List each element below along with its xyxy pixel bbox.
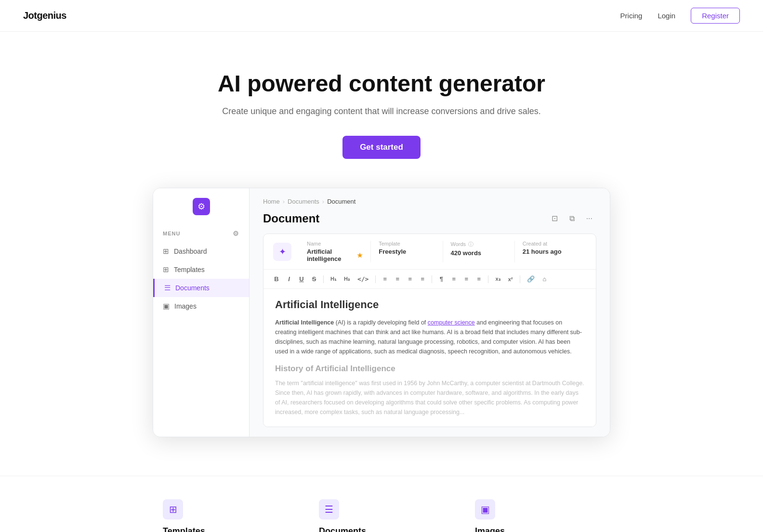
expand-button[interactable]: ⊡ — [548, 211, 562, 226]
doc-title-row: Document ⊡ ⧉ ··· — [263, 211, 596, 226]
images-icon: ▣ — [163, 302, 170, 311]
gear-icon[interactable]: ⚙ — [233, 230, 239, 237]
hero-subtitle: Create unique and engaging content that … — [12, 106, 751, 117]
sidebar-item-documents[interactable]: ☰ Documents — [153, 279, 249, 297]
feature-title-documents: Documents — [319, 526, 444, 532]
editor-toolbar: B I U S H₁ H₂ </> ≡ ≡ ≡ ≡ ¶ ≡ ≡ — [263, 270, 596, 289]
toolbar-quote[interactable]: ¶ — [436, 273, 447, 285]
document-card: ✦ Name Artificial intelligence ★ Templat… — [263, 234, 596, 427]
feature-title-templates: Templates — [163, 526, 288, 532]
toolbar-superscript[interactable]: x² — [505, 274, 516, 284]
navbar: Jotgenius Pricing Login Register — [0, 0, 763, 32]
sidebar-logo: ⚙ — [153, 198, 249, 215]
feature-images: ▣ Images Generate stunning images to dri… — [475, 499, 600, 532]
images-feature-icon: ▣ — [481, 504, 490, 515]
get-started-button[interactable]: Get started — [342, 136, 421, 159]
hero-title: AI powered content generator — [12, 70, 751, 97]
toolbar-subscript[interactable]: x₂ — [492, 274, 503, 284]
breadcrumb-sep-2: › — [322, 198, 324, 205]
created-label: Created at — [523, 241, 579, 247]
breadcrumb-documents[interactable]: Documents — [288, 198, 319, 205]
toolbar-link[interactable]: 🔗 — [524, 273, 538, 285]
nav-link-login[interactable]: Login — [658, 12, 675, 20]
toolbar-align-left[interactable]: ≡ — [405, 273, 415, 285]
feature-documents: ☰ Documents Leverage the power of AI to … — [319, 499, 444, 532]
content-link[interactable]: computer science — [428, 319, 475, 326]
toolbar-h2[interactable]: H₂ — [341, 274, 353, 284]
sidebar-item-templates[interactable]: ⊞ Templates — [153, 260, 249, 279]
breadcrumb-sep-1: › — [283, 198, 285, 205]
toolbar-sep-1 — [323, 275, 324, 283]
meta-field-created: Created at 21 hours ago — [515, 241, 586, 262]
toolbar-h1[interactable]: H₁ — [328, 274, 339, 284]
name-label: Name — [307, 241, 363, 247]
content-bold-ai: Artificial Intelligence — [275, 319, 334, 326]
toolbar-align-center[interactable]: ≡ — [417, 273, 428, 285]
toolbar-align-right[interactable]: ≡ — [474, 273, 484, 285]
nav-links: Pricing Login Register — [620, 8, 740, 24]
meta-field-name: Name Artificial intelligence ★ — [299, 241, 371, 262]
meta-field-words: Words ⓘ 420 words — [443, 241, 515, 262]
breadcrumb-home[interactable]: Home — [263, 198, 280, 205]
template-value: Freestyle — [379, 248, 434, 255]
words-label: Words ⓘ — [451, 241, 507, 248]
toolbar-clear[interactable]: ⌂ — [539, 273, 550, 285]
toolbar-italic[interactable]: I — [284, 273, 294, 285]
templates-feature-icon: ⊞ — [169, 504, 177, 515]
main-content: Home › Documents › Document Document ⊡ ⧉… — [250, 188, 610, 437]
app-preview: ⚙ MENU ⚙ ⊞ Dashboard ⊞ Templates ☰ Docum… — [0, 188, 763, 476]
sidebar-item-dashboard[interactable]: ⊞ Dashboard — [153, 242, 249, 260]
name-value: Artificial intelligence ★ — [307, 248, 363, 262]
content-h2: History of Artificial Intelligence — [275, 364, 584, 374]
toolbar-code[interactable]: </> — [355, 273, 371, 285]
toolbar-list-unordered[interactable]: ≡ — [392, 273, 403, 285]
copy-button[interactable]: ⧉ — [566, 211, 579, 226]
sidebar-menu-label: MENU ⚙ — [153, 227, 249, 242]
toolbar-outdent[interactable]: ≡ — [461, 273, 472, 285]
meta-fields: Name Artificial intelligence ★ Template … — [299, 241, 586, 262]
feature-icon-documents: ☰ — [319, 499, 339, 519]
toolbar-sep-5 — [520, 275, 520, 283]
toolbar-indent[interactable]: ≡ — [448, 273, 459, 285]
toolbar-underline[interactable]: U — [296, 273, 307, 285]
documents-feature-icon: ☰ — [325, 504, 333, 515]
doc-title: Document — [263, 212, 319, 225]
meta-field-template: Template Freestyle — [371, 241, 443, 262]
doc-actions: ⊡ ⧉ ··· — [548, 211, 596, 226]
feature-title-images: Images — [475, 526, 600, 532]
register-button[interactable]: Register — [691, 8, 740, 24]
breadcrumb: Home › Documents › Document — [263, 198, 596, 205]
preview-container: ⚙ MENU ⚙ ⊞ Dashboard ⊞ Templates ☰ Docum… — [153, 188, 610, 437]
toolbar-strikethrough[interactable]: S — [309, 273, 319, 285]
hero-section: AI powered content generator Create uniq… — [0, 32, 763, 188]
editor-body: Artificial Intelligence Artificial Intel… — [263, 289, 596, 427]
content-h1: Artificial Intelligence — [275, 298, 584, 311]
toolbar-list-ordered[interactable]: ≡ — [380, 273, 390, 285]
star-icon: ★ — [357, 252, 363, 259]
words-value: 420 words — [451, 249, 507, 257]
more-button[interactable]: ··· — [582, 211, 596, 226]
nav-link-pricing[interactable]: Pricing — [620, 12, 643, 20]
app-logo-icon: ⚙ — [193, 198, 210, 215]
feature-icon-images: ▣ — [475, 499, 495, 519]
breadcrumb-current: Document — [327, 198, 355, 205]
features-section: ⊞ Templates Streamline content creation … — [0, 476, 763, 532]
content-p2: The term "artificial intelligence" was f… — [275, 378, 584, 417]
content-p1-mid: (AI) is a rapidly developing field of — [334, 319, 428, 326]
wand-icon: ✦ — [279, 247, 286, 257]
toolbar-sep-4 — [488, 275, 488, 283]
toolbar-sep-3 — [432, 275, 432, 283]
created-value: 21 hours ago — [523, 248, 579, 255]
toolbar-sep-2 — [375, 275, 376, 283]
logo: Jotgenius — [23, 10, 66, 21]
toolbar-bold[interactable]: B — [271, 273, 282, 285]
dashboard-icon: ⊞ — [163, 247, 169, 256]
templates-icon: ⊞ — [163, 265, 169, 274]
meta-row: ✦ Name Artificial intelligence ★ Templat… — [263, 234, 596, 270]
documents-icon: ☰ — [164, 284, 171, 292]
feature-templates: ⊞ Templates Streamline content creation … — [163, 499, 288, 532]
feature-icon-templates: ⊞ — [163, 499, 183, 519]
sidebar: ⚙ MENU ⚙ ⊞ Dashboard ⊞ Templates ☰ Docum… — [153, 188, 250, 437]
sidebar-item-images[interactable]: ▣ Images — [153, 297, 249, 315]
template-label: Template — [379, 241, 434, 247]
